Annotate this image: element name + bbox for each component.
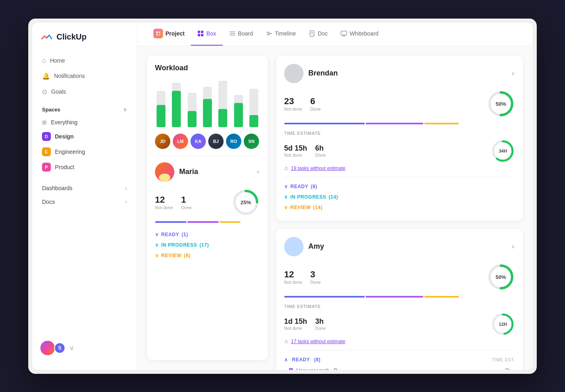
brendan-bar-blue <box>284 123 365 124</box>
workload-avatar-3: KA <box>190 134 206 149</box>
brendan-time-ring: 34H <box>491 139 515 163</box>
brendan-review-header[interactable]: ∨ REVIEW (14) <box>284 202 515 213</box>
spaces-chevron-icon[interactable]: ∨ <box>123 107 127 113</box>
brendan-bar-purple <box>366 123 423 124</box>
amy-not-done-label: Not done <box>284 280 302 285</box>
chevron-icon2: ∨ <box>284 194 288 200</box>
brendan-time-done-label: Done <box>315 153 326 157</box>
chevron-down-icon2: ∨ <box>155 242 159 248</box>
app-window: ClickUp ⌂ Home 🔔 Notifications ⊙ Goals S… <box>28 19 537 374</box>
amy-progress-bar <box>284 296 515 298</box>
tab-timeline[interactable]: Timeline <box>259 23 302 46</box>
svg-point-30 <box>290 240 298 248</box>
warning-icon: ⚠ <box>284 166 289 171</box>
tab-project[interactable]: Project <box>147 23 191 46</box>
workload-avatar-4: BJ <box>208 134 224 149</box>
svg-point-18 <box>161 166 168 173</box>
amy-bar-blue <box>284 296 365 298</box>
maria-inprogress-header[interactable]: ∨ IN PROGRESS (17) <box>155 240 260 250</box>
chevron-icon3: ∨ <box>284 205 288 210</box>
svg-rect-12 <box>268 33 272 34</box>
project-icon <box>153 29 163 38</box>
sidebar-item-goals[interactable]: ⊙ Goals <box>37 84 132 99</box>
svg-rect-1 <box>159 31 160 33</box>
amy-info: Amy <box>284 237 324 256</box>
main-area: Project Box <box>137 23 533 370</box>
brendan-inprogress-header[interactable]: ∨ IN PROGRESS (14) <box>284 192 515 202</box>
tab-board[interactable]: Board <box>223 23 259 46</box>
brendan-warning-link[interactable]: 19 tasks without estimate <box>291 166 345 171</box>
maria-avatar <box>155 162 174 182</box>
sidebar-bottom: Dashboards › Docs › <box>32 175 137 215</box>
amy-task-1-time: 2h <box>505 367 510 370</box>
maria-review-header[interactable]: ∨ REVIEW (8) <box>155 250 260 261</box>
user-avatar-secondary: S <box>54 342 65 354</box>
amy-warning-link[interactable]: 17 tasks without estimate <box>291 339 345 344</box>
brendan-expand-icon[interactable]: ∨ <box>511 71 515 76</box>
bar-2 <box>170 83 182 127</box>
maria-info: Maria <box>155 162 198 182</box>
sidebar-item-dashboards[interactable]: Dashboards › <box>37 181 132 195</box>
amy-time-ring-label: 12H <box>499 322 507 327</box>
amy-progress-ring: 50% <box>487 263 515 291</box>
amy-avatar <box>284 237 303 256</box>
maria-ready-header[interactable]: ∨ READY (1) <box>155 229 260 240</box>
sidebar-item-home[interactable]: ⌂ Home <box>37 53 132 68</box>
bar-6 <box>232 95 244 127</box>
bar-fg-1 <box>157 105 165 127</box>
dashboards-label: Dashboards <box>42 185 73 191</box>
amy-divider <box>284 350 515 350</box>
amy-time-done-label: Done <box>315 326 326 331</box>
tab-box[interactable]: Box <box>191 23 222 46</box>
amy-ready-header[interactable]: ∧ READY (8) TIME EST. <box>284 354 515 365</box>
tab-whiteboard[interactable]: Whiteboard <box>334 23 385 46</box>
amy-bar-yellow <box>424 296 459 298</box>
sidebar-item-product[interactable]: P Product <box>32 159 137 175</box>
amy-warning-icon: ⚠ <box>284 339 289 344</box>
sidebar-item-everything[interactable]: ⊞ Everything <box>32 116 137 129</box>
brendan-card: Brendan ∨ 23 Not done <box>276 56 523 221</box>
tab-whiteboard-label: Whiteboard <box>349 30 379 37</box>
sidebar-item-product-label: Product <box>55 164 74 170</box>
user-menu-arrow[interactable]: ∨ <box>69 344 74 352</box>
maria-not-done-num: 12 <box>155 195 173 205</box>
brendan-done-num: 6 <box>310 96 321 107</box>
goals-icon: ⊙ <box>42 88 47 96</box>
maria-name: Maria <box>179 168 198 176</box>
brendan-inprogress-count: (14) <box>329 194 338 200</box>
amy-card: Amy ∨ 12 Not done <box>276 229 523 370</box>
brendan-done: 6 Done <box>310 96 321 111</box>
sidebar-item-everything-label: Everything <box>51 119 77 126</box>
brendan-ready-header[interactable]: ∨ READY (8) <box>284 181 515 192</box>
bar-fg-6 <box>234 103 243 127</box>
svg-rect-11 <box>266 32 270 33</box>
right-column: Brendan ∨ 23 Not done <box>276 56 523 360</box>
amy-ready-count: (8) <box>314 357 320 363</box>
maria-not-done: 12 Not done <box>155 195 173 210</box>
svg-rect-7 <box>201 34 203 36</box>
sidebar-item-home-label: Home <box>50 57 65 64</box>
amy-time-done: 3h Done <box>315 317 326 331</box>
logo-text: ClickUp <box>56 32 86 42</box>
amy-done-num: 3 <box>310 269 321 280</box>
brendan-header: Brendan ∨ <box>284 64 515 83</box>
amy-time-stats: 1d 15h Not done 3h Done <box>284 312 515 336</box>
tab-doc[interactable]: Doc <box>302 23 334 46</box>
svg-rect-6 <box>198 34 200 36</box>
workload-card: Workload <box>147 56 268 360</box>
brendan-not-done: 23 Not done <box>284 96 302 111</box>
amy-ready-chevron: ∧ <box>284 357 288 363</box>
sidebar-item-design-label: Design <box>55 133 74 140</box>
sidebar-item-notifications[interactable]: 🔔 Notifications <box>37 69 132 84</box>
content-area: Workload <box>137 46 533 370</box>
sidebar-item-design[interactable]: D Design <box>32 129 137 144</box>
amy-expand-icon[interactable]: ∨ <box>511 244 515 249</box>
amy-not-done: 12 Not done <box>284 269 302 285</box>
amy-time-label: TIME ESTIMATE <box>284 304 515 309</box>
brendan-review-label: REVIEW <box>291 205 311 210</box>
sidebar-item-docs[interactable]: Docs › <box>37 195 132 209</box>
sidebar-item-engineering[interactable]: E Engineering <box>32 144 137 159</box>
bar-fg-3 <box>188 111 197 127</box>
maria-expand-icon[interactable]: ∨ <box>256 169 260 175</box>
maria-inprogress-label: IN PROGRESS <box>161 242 197 248</box>
